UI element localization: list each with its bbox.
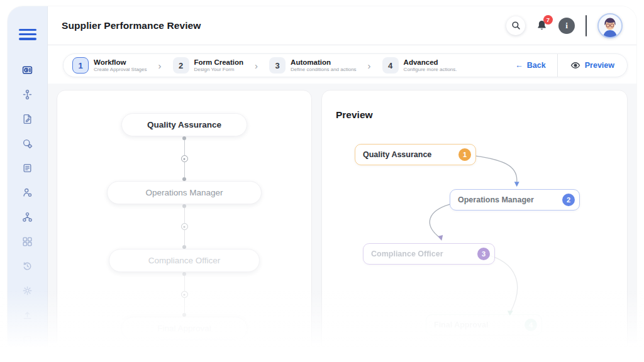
sidebar-item-form-editor[interactable] <box>21 113 34 126</box>
gear-icon <box>22 285 33 296</box>
sidebar-item-history[interactable] <box>21 260 34 273</box>
stepper-zone: 1 Workflow Create Approval Stages › 2 Fo… <box>48 45 636 84</box>
ledger-icon <box>22 163 33 173</box>
step-title: Form Creation <box>194 58 244 67</box>
preview-panel-title: Preview <box>336 109 373 121</box>
step-subtitle: Design Your Form <box>194 67 244 73</box>
search-icon <box>511 21 521 30</box>
automation-gear-icon <box>22 138 33 149</box>
page-title: Supplier Performance Review <box>62 20 201 31</box>
grid-icon <box>22 236 33 247</box>
placeholder-icon <box>22 334 33 345</box>
stage-compliance-officer[interactable]: Compliance Officer <box>109 249 260 272</box>
back-label: Back <box>527 61 546 70</box>
add-stage-button[interactable] <box>181 223 188 230</box>
step-title: Workflow <box>94 58 147 67</box>
workflow-builder-panel: Quality Assurance Operations Manager Com… <box>57 90 312 358</box>
avatar-illustration-icon <box>599 14 621 37</box>
step-automation[interactable]: 3 Automation Define conditions and actio… <box>267 57 359 74</box>
preview-label: Preview <box>585 61 614 70</box>
app-window: Supplier Performance Review 7 i <box>8 6 636 358</box>
back-button[interactable]: ← Back <box>504 61 557 70</box>
notification-count-badge: 7 <box>543 15 553 25</box>
stage-connector <box>181 272 188 317</box>
add-stage-button[interactable] <box>181 155 188 162</box>
step-number: 1 <box>72 57 89 74</box>
preview-card-number-badge: 3 <box>477 248 490 260</box>
user-avatar[interactable] <box>597 13 623 38</box>
content-area: Quality Assurance Operations Manager Com… <box>48 84 636 358</box>
chevron-right-icon: › <box>158 60 162 71</box>
sidebar-item-publish[interactable] <box>21 309 34 322</box>
preview-button[interactable]: Preview <box>558 60 627 70</box>
stage-connector <box>181 136 188 181</box>
sidebar-item-integrations[interactable] <box>21 236 34 248</box>
preview-card-number-badge: 4 <box>525 319 537 331</box>
add-stage-button[interactable] <box>181 291 188 298</box>
sidebar-item-records[interactable] <box>21 162 34 175</box>
step-subtitle: Configure more actions. <box>404 67 457 73</box>
preview-card-quality-assurance: Quality Assurance 1 <box>355 144 476 165</box>
step-number: 3 <box>269 57 286 74</box>
step-subtitle: Define conditions and actions <box>291 67 357 73</box>
top-header: Supplier Performance Review 7 i <box>48 6 636 45</box>
stage-operations-manager[interactable]: Operations Manager <box>107 181 262 204</box>
preview-card-operations-manager: Operations Manager 2 <box>450 189 580 211</box>
clock-board-icon <box>22 65 33 75</box>
eye-icon <box>570 60 580 70</box>
step-title: Advanced <box>404 58 457 67</box>
preview-card-final-approval: Final Approval 4 <box>426 314 542 336</box>
stage-connector <box>181 204 188 249</box>
stage-final-approval[interactable]: Final Approval <box>121 317 247 340</box>
preview-card-number-badge: 2 <box>562 194 575 206</box>
search-button[interactable] <box>506 16 525 35</box>
hierarchy-icon <box>22 212 33 222</box>
preview-card-label: Compliance Officer <box>371 250 443 258</box>
history-icon <box>22 261 33 272</box>
preview-card-label: Quality Assurance <box>363 150 431 159</box>
step-number: 4 <box>382 57 399 74</box>
step-number: 2 <box>173 57 189 74</box>
step-workflow[interactable]: 1 Workflow Create Approval Stages <box>70 57 150 74</box>
stepper-bar: 1 Workflow Create Approval Stages › 2 Fo… <box>63 53 628 77</box>
document-edit-icon <box>22 114 33 124</box>
sidebar-item-time-tracking[interactable] <box>21 64 34 77</box>
preview-card-number-badge: 1 <box>458 148 471 161</box>
upload-icon <box>22 310 33 321</box>
sidebar-item-settings[interactable] <box>21 285 34 297</box>
sidebar-item-hidden[interactable] <box>21 334 34 346</box>
sidebar-item-org-hierarchy[interactable] <box>21 211 34 224</box>
preview-panel: Preview Quality Assurance 1 Op <box>321 90 628 358</box>
step-advanced[interactable]: 4 Advanced Configure more actions. <box>380 57 460 74</box>
step-subtitle: Create Approval Stages <box>94 67 147 73</box>
step-title: Automation <box>291 58 357 67</box>
info-button[interactable]: i <box>558 18 575 34</box>
sidebar-item-automation[interactable] <box>21 138 34 150</box>
notifications-button[interactable]: 7 <box>536 19 548 32</box>
back-arrow-icon: ← <box>515 61 523 70</box>
sidebar <box>8 6 48 358</box>
sidebar-item-user-management[interactable] <box>21 187 34 199</box>
preview-card-label: Final Approval <box>434 321 488 329</box>
stages-flow-icon <box>22 89 33 100</box>
preview-card-label: Operations Manager <box>458 195 534 204</box>
menu-toggle-icon[interactable] <box>19 26 36 43</box>
stage-quality-assurance[interactable]: Quality Assurance <box>121 113 247 136</box>
step-form-creation[interactable]: 2 Form Creation Design Your Form <box>170 57 247 74</box>
chevron-right-icon: › <box>255 60 258 71</box>
header-divider <box>586 15 587 36</box>
preview-card-compliance-officer: Compliance Officer 3 <box>363 243 495 265</box>
sidebar-item-approval-stages[interactable] <box>21 89 34 101</box>
user-gear-icon <box>22 187 33 198</box>
chevron-right-icon: › <box>368 60 371 71</box>
